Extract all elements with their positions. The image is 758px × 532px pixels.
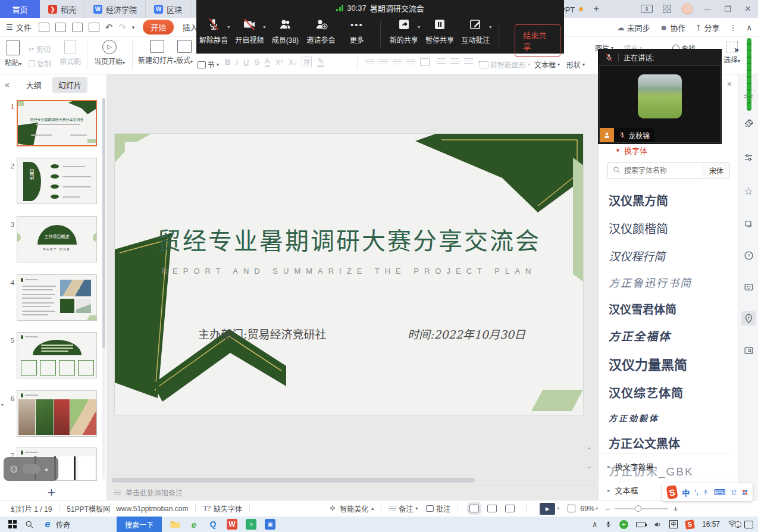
ime-mic-icon[interactable] — [703, 488, 709, 496]
collapse-ribbon-icon[interactable]: ∧ — [746, 23, 752, 32]
paste-button[interactable]: 粘贴▾ — [5, 40, 21, 67]
star-features-icon[interactable]: ☆ — [741, 184, 756, 198]
bold-button[interactable]: B — [225, 58, 230, 67]
font-search-input[interactable] — [624, 167, 703, 175]
font-color-button[interactable]: A — [265, 57, 270, 67]
sogou-logo-icon[interactable]: S — [666, 485, 678, 499]
redo-button[interactable]: ↷ — [118, 22, 126, 33]
textbox-button[interactable]: 文本框▾ — [534, 60, 560, 70]
align-center-icon[interactable] — [379, 59, 388, 65]
new-tab-button[interactable]: + — [587, 3, 605, 15]
file-explorer-button[interactable] — [170, 520, 180, 528]
ime-indicator[interactable]: 中 — [669, 520, 678, 528]
help-icon[interactable]: ? — [741, 248, 756, 262]
reading-view-button[interactable] — [505, 505, 515, 512]
slide-organizer[interactable]: 主办部门:贸易经济竞研社 — [198, 326, 326, 342]
slide-date[interactable]: 时间:2022年10月30日 — [408, 326, 525, 342]
clock[interactable]: 16:57 — [702, 520, 720, 528]
slide-sorter-button[interactable] — [487, 505, 497, 512]
scroll-up-icon[interactable]: ⌃ — [587, 446, 592, 454]
sticker-icon[interactable] — [741, 280, 756, 294]
notification-center-icon[interactable] — [744, 521, 753, 528]
section-text-effect[interactable]: ▸ 换文字效果 — [599, 453, 731, 472]
annotate-button[interactable]: 互动批注▾ — [458, 17, 493, 45]
collaborate-button[interactable]: ☻协作 — [660, 22, 686, 33]
font-option[interactable]: 汉仪雪君体简 — [599, 295, 731, 322]
ime-keyboard-icon[interactable]: ⌨ — [714, 487, 726, 497]
more-button[interactable]: ••• 更多 — [340, 17, 374, 45]
highlighter-icon[interactable]: ✎ — [317, 57, 324, 67]
play-from-current-button[interactable]: ▷ 当页开始▾ — [94, 40, 125, 66]
export-icon[interactable] — [55, 23, 66, 32]
ribbon-tab-insert[interactable]: 插入 — [182, 21, 198, 33]
template-source[interactable]: 51PPT模板网 — [67, 503, 110, 514]
restore-button[interactable]: ❐ — [718, 5, 738, 14]
zoom-in-button[interactable]: + — [673, 504, 678, 514]
font-option[interactable]: 方正劲毅体 — [599, 406, 731, 429]
workspace-grid-button[interactable] — [657, 5, 677, 13]
subscript-button[interactable]: X₂ — [289, 58, 297, 67]
ime-toolbox-icon[interactable] — [742, 489, 748, 496]
normal-view-button[interactable] — [469, 505, 479, 512]
shapes-button[interactable]: 形状▾ — [566, 60, 585, 70]
list-spacing-icon[interactable] — [464, 58, 473, 65]
slideshow-dropdown-icon[interactable]: ▾ — [557, 506, 559, 511]
font-option[interactable]: 汉仪力量黑简 — [599, 349, 731, 378]
ime-punctuation[interactable]: ’, — [694, 489, 698, 496]
font-option[interactable]: 汉仪黑方简 — [599, 186, 731, 214]
tab-docer[interactable]: ❯稻壳 — [40, 0, 85, 18]
slide-canvas[interactable]: 贸经专业暑期调研大赛分享交流会 REPORT AND SUMMARIZE THE… — [115, 134, 583, 415]
para-spacing-icon[interactable] — [450, 58, 459, 65]
save-icon[interactable] — [39, 23, 49, 32]
speaker-video-tile[interactable]: 龙秋锦 — [599, 65, 721, 143]
pause-share-button[interactable]: 暂停共享 — [422, 17, 457, 45]
format-painter-button[interactable]: 格式刷 — [59, 40, 81, 66]
ribbon-tab-start[interactable]: 开始 — [143, 20, 174, 35]
sync-status[interactable]: ☁未同步 — [617, 22, 650, 33]
collapse-overlay-icon[interactable]: ◂ — [44, 466, 47, 472]
beautify-button[interactable]: 智能美化 ▴ — [328, 503, 374, 514]
thumbnails-scrollbar[interactable] — [102, 98, 105, 479]
tab-outline[interactable]: 大纲 — [20, 77, 48, 93]
youdao-button[interactable]: ≡ — [246, 519, 256, 530]
antivirus-icon[interactable]: + — [619, 520, 628, 529]
thumbnail-slide-2[interactable]: 目录 — [17, 158, 97, 204]
comment-button[interactable]: 批注 — [426, 503, 450, 514]
collapse-panel-icon[interactable]: « — [0, 80, 15, 89]
quick-tools-icon[interactable] — [741, 311, 756, 326]
end-share-button[interactable]: 结束共享 — [515, 24, 560, 57]
missing-font-button[interactable]: 缺失字体 — [214, 503, 242, 514]
tab-home[interactable]: 首页 — [0, 0, 40, 18]
taskbar-search-button[interactable]: 搜索一下 — [117, 517, 162, 532]
tray-mic-icon[interactable] — [605, 520, 612, 528]
zoom-percent[interactable]: 69% — [580, 505, 594, 513]
wps-button[interactable]: W — [227, 519, 237, 530]
horizontal-scrollbar[interactable] — [112, 478, 586, 483]
quickbar-dropdown-icon[interactable]: ▾ — [132, 24, 135, 30]
new-slide-button[interactable]: 新建幻灯片▾ — [138, 40, 176, 65]
reaction-overlay[interactable]: ☺ ◂ — [4, 457, 58, 481]
network-icon[interactable]: 1 — [728, 520, 737, 528]
thumbnail-slide-1[interactable]: 贸经专业暑期调研大赛分享交流会 — [17, 100, 97, 146]
volume-icon[interactable] — [653, 521, 662, 528]
scroll-down-icon[interactable]: ⌄ — [587, 462, 592, 470]
layout-button[interactable]: 版式▾ — [176, 40, 193, 65]
notes-bar[interactable]: 单击此处添加备注 — [109, 485, 596, 499]
notes-button[interactable]: 备注▾ — [389, 503, 418, 514]
mail-button[interactable]: ▣ — [265, 519, 275, 530]
copy-button[interactable]: 复制 — [29, 58, 51, 68]
thumbnail-slide-5[interactable] — [17, 332, 97, 378]
share-button[interactable]: ↥分享 — [696, 22, 720, 33]
zoom-out-button[interactable]: − — [605, 504, 610, 514]
justify-icon[interactable] — [406, 59, 415, 65]
user-avatar[interactable] — [677, 3, 697, 15]
superscript-button[interactable]: X² — [275, 58, 283, 67]
slideshow-button[interactable]: ▶ — [540, 503, 555, 515]
font-option[interactable]: 方正全福体 — [599, 322, 731, 349]
to-smartart-button[interactable]: 转智能图形▾ — [480, 60, 530, 70]
thumbnail-slide-3[interactable]: 工作项目概述 PART ONE — [17, 216, 97, 262]
thumbnail-slide-4[interactable] — [17, 274, 97, 321]
strikethrough-button[interactable]: S — [254, 58, 259, 67]
line-spacing-icon[interactable] — [437, 58, 446, 65]
multi-window-button[interactable]: 9 — [637, 5, 657, 13]
